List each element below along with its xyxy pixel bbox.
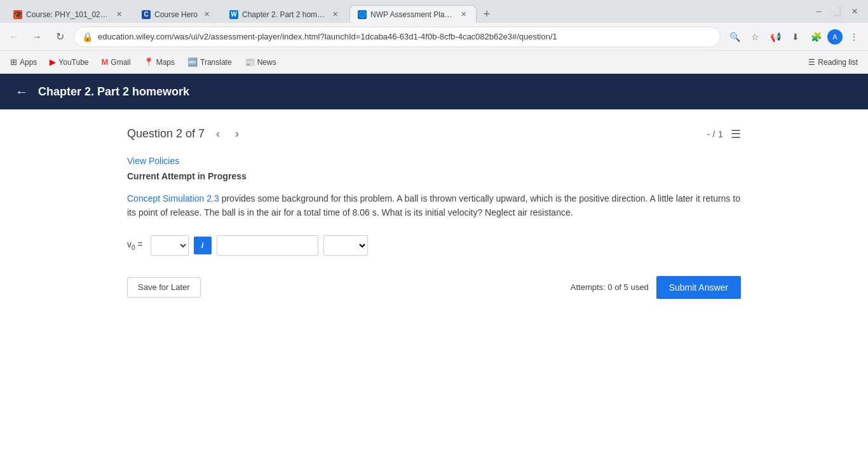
- action-area: Save for Later Attempts: 0 of 5 used Sub…: [127, 276, 741, 299]
- extensions-icon[interactable]: 🧩: [807, 28, 825, 46]
- tab-3-icon: W: [229, 10, 238, 19]
- news-label: News: [257, 58, 276, 67]
- next-question-button[interactable]: ›: [231, 125, 243, 143]
- simulation-link[interactable]: Concept Simulation 2.3: [127, 193, 219, 204]
- url-text: education.wiley.com/was/ui/v2/assessment…: [98, 32, 712, 41]
- apps-label: Apps: [20, 58, 37, 67]
- profile-button[interactable]: A: [827, 29, 843, 45]
- question-navigation: Question 2 of 7 ‹ › - / 1 ☰: [127, 125, 741, 143]
- reading-list-icon: ☰: [808, 58, 815, 67]
- question-text-block: Concept Simulation 2.3 provides some bac…: [127, 191, 741, 220]
- reload-button[interactable]: ↻: [51, 28, 69, 46]
- maps-label: Maps: [156, 58, 175, 67]
- question-body: provides some background for this proble…: [127, 193, 740, 218]
- question-nav-left: Question 2 of 7 ‹ ›: [127, 125, 243, 143]
- bookmark-gmail[interactable]: M Gmail: [97, 55, 136, 69]
- tab-strip: 🎓 Course: PHY_101_02H College P… ✕ C Cou…: [5, 0, 816, 23]
- minimize-button[interactable]: ─: [816, 7, 822, 16]
- view-policies-link[interactable]: View Policies: [127, 156, 179, 166]
- address-bar: ← → ↻ 🔒 education.wiley.com/was/ui/v2/as…: [0, 23, 868, 51]
- lock-icon: 🔒: [82, 32, 93, 42]
- bookmark-translate[interactable]: 🔤 Translate: [182, 55, 237, 69]
- save-for-later-button[interactable]: Save for Later: [127, 277, 201, 298]
- maximize-button[interactable]: ⬜: [832, 7, 841, 16]
- translate-label: Translate: [200, 58, 232, 67]
- tab-3-close[interactable]: ✕: [330, 10, 340, 20]
- browser-window: 🎓 Course: PHY_101_02H College P… ✕ C Cou…: [0, 0, 868, 463]
- bookmarks-bar: ⊞ Apps ▶ YouTube M Gmail 📍 Maps 🔤 Transl…: [0, 51, 868, 74]
- back-to-course-button[interactable]: ←: [15, 85, 28, 99]
- main-area: Question 2 of 7 ‹ › - / 1 ☰ View Policie…: [0, 109, 868, 463]
- title-bar: 🎓 Course: PHY_101_02H College P… ✕ C Cou…: [0, 0, 868, 23]
- gmail-icon: M: [102, 57, 109, 67]
- question-counter: Question 2 of 7: [127, 127, 205, 141]
- youtube-icon: ▶: [50, 57, 56, 67]
- right-actions: Attempts: 0 of 5 used Submit Answer: [571, 276, 741, 299]
- homework-title: Chapter 2. Part 2 homework: [38, 85, 189, 99]
- sign-select[interactable]: + -: [151, 235, 189, 256]
- tab-4-close[interactable]: ✕: [458, 10, 468, 20]
- gmail-label: Gmail: [111, 58, 130, 67]
- attempts-info: Attempts: 0 of 5 used: [571, 282, 649, 292]
- v0-label: v0 =: [127, 239, 143, 251]
- app-header: ← Chapter 2. Part 2 homework: [0, 74, 868, 109]
- unit-select[interactable]: m/s km/s ft/s: [323, 235, 368, 256]
- reading-list-button[interactable]: ☰ Reading list: [803, 55, 863, 69]
- tab-1-icon: 🎓: [13, 10, 22, 19]
- bookmark-news[interactable]: 📰 News: [240, 55, 281, 69]
- new-tab-button[interactable]: +: [478, 5, 496, 23]
- page-content: ← Chapter 2. Part 2 homework Question 2 …: [0, 74, 868, 463]
- tab-2-close[interactable]: ✕: [201, 10, 212, 20]
- answer-input[interactable]: [217, 235, 318, 256]
- list-icon[interactable]: ☰: [731, 127, 741, 141]
- tab-2-icon: C: [142, 10, 151, 19]
- answer-area: v0 = + - i m/s km/s ft/s: [127, 235, 741, 256]
- tab-2-title: Course Hero: [154, 10, 198, 19]
- info-button[interactable]: i: [194, 237, 212, 254]
- window-controls: ─ ⬜ ✕: [816, 7, 863, 16]
- tab-4[interactable]: 🌐 NWP Assessment Player UI App… ✕: [349, 5, 477, 23]
- v0-subscript: 0: [132, 244, 135, 251]
- page-indicator: - / 1: [707, 128, 723, 139]
- tab-3-title: Chapter 2. Part 2 homework: [242, 10, 326, 19]
- reading-list-label: Reading list: [818, 58, 858, 67]
- bookmark-maps[interactable]: 📍 Maps: [139, 55, 180, 69]
- youtube-label: YouTube: [58, 58, 88, 67]
- url-bar[interactable]: 🔒 education.wiley.com/was/ui/v2/assessme…: [74, 27, 721, 47]
- close-button[interactable]: ✕: [851, 7, 858, 16]
- tab-4-title: NWP Assessment Player UI App…: [370, 10, 454, 19]
- tab-1-close[interactable]: ✕: [114, 10, 124, 20]
- search-icon[interactable]: 🔍: [726, 28, 743, 46]
- tab-1-title: Course: PHY_101_02H College P…: [26, 10, 110, 19]
- menu-button[interactable]: ⋮: [845, 28, 863, 46]
- maps-icon: 📍: [144, 57, 154, 67]
- bookmark-youtube[interactable]: ▶ YouTube: [44, 55, 93, 69]
- submit-answer-button[interactable]: Submit Answer: [656, 276, 741, 299]
- translate-icon: 🔤: [187, 57, 198, 67]
- bookmark-apps[interactable]: ⊞ Apps: [5, 55, 42, 69]
- toolbar-icons: 🔍 ☆ 📢 ⬇ 🧩 A ⋮: [726, 28, 863, 46]
- tab-3[interactable]: W Chapter 2. Part 2 homework ✕: [221, 5, 348, 23]
- back-arrow-icon: ←: [15, 85, 28, 99]
- forward-button[interactable]: →: [28, 28, 46, 46]
- apps-icon: ⊞: [10, 57, 17, 67]
- question-nav-right: - / 1 ☰: [707, 127, 741, 141]
- attempt-status: Current Attempt in Progress: [127, 171, 741, 181]
- bookmark-icon[interactable]: ☆: [746, 28, 764, 46]
- back-button[interactable]: ←: [5, 28, 23, 46]
- download-icon[interactable]: ⬇: [787, 28, 804, 46]
- news-icon: 📰: [245, 57, 255, 67]
- prev-question-button[interactable]: ‹: [212, 125, 224, 143]
- tab-4-icon: 🌐: [358, 10, 367, 19]
- megaphone-icon[interactable]: 📢: [766, 28, 784, 46]
- tab-1[interactable]: 🎓 Course: PHY_101_02H College P… ✕: [5, 5, 132, 23]
- tab-2[interactable]: C Course Hero ✕: [133, 5, 220, 23]
